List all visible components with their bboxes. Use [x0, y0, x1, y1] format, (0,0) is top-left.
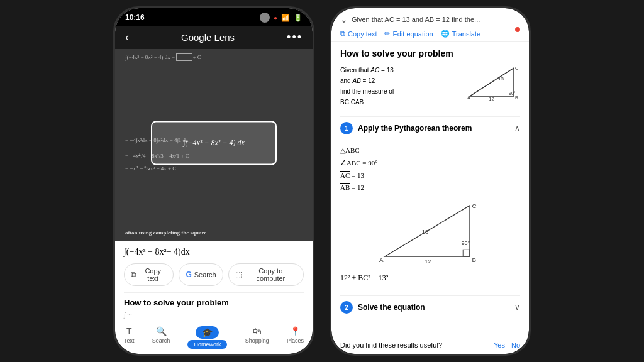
nav-text[interactable]: T Text	[124, 326, 135, 349]
copy-computer-button[interactable]: ⬚ Copy to computer	[228, 263, 304, 286]
bg-math-line-5: ation using completing the square	[125, 229, 206, 236]
step-2-header[interactable]: 2 Solve the equation ∨	[340, 295, 520, 319]
homework-nav-icon: 🎓	[196, 326, 219, 339]
edit-equation-label: Edit equation	[392, 30, 433, 38]
svg-text:13: 13	[422, 228, 429, 235]
translate-icon: 🌐	[441, 30, 450, 38]
step-2-expand-icon[interactable]: ∨	[514, 303, 520, 312]
avatar-icon	[260, 13, 270, 23]
problem-triangle-svg: 13 12 90° A B C	[464, 65, 520, 102]
right-screen: ⌄ Given that AC = 13 and AB = 12 find th…	[331, 8, 529, 354]
nav-text-label: Text	[124, 337, 135, 344]
left-screen: 10:16 ● 📶 🔋 ‹ Google Lens ••• ∫(−4x³ − 8…	[115, 8, 313, 354]
copy-text-right-button[interactable]: ⧉ Copy text	[340, 30, 377, 38]
svg-text:A: A	[467, 96, 470, 100]
left-phone: 10:16 ● 📶 🔋 ‹ Google Lens ••• ∫(−4x³ − 8…	[113, 6, 314, 356]
svg-text:A: A	[379, 256, 384, 263]
how-to-title: How to solve your problem	[340, 48, 520, 58]
svg-text:12: 12	[425, 258, 431, 265]
svg-text:90°: 90°	[462, 240, 470, 246]
problem-actions: ⧉ Copy text ✏ Edit equation 🌐 Translate	[340, 30, 520, 38]
svg-text:90°: 90°	[509, 91, 516, 96]
copy-computer-label: Copy to computer	[245, 267, 297, 282]
more-button[interactable]: •••	[287, 31, 303, 44]
problem-given: Given that AC = 13 and AB = 12 find the …	[340, 67, 394, 106]
right-phone: ⌄ Given that AC = 13 and AB = 12 find th…	[330, 6, 531, 356]
nav-shopping-label: Shopping	[245, 337, 269, 344]
problem-text: Given that AC = 13 and AB = 12 find the …	[340, 65, 457, 107]
feedback-actions: Yes No	[494, 341, 520, 349]
record-icon: ●	[274, 14, 277, 21]
search-label: Search	[194, 271, 216, 278]
scan-box: ∫(−4x³ − 8x² − 4) dx	[151, 121, 277, 165]
edit-icon: ✏	[384, 30, 390, 38]
edit-equation-button[interactable]: ✏ Edit equation	[384, 30, 433, 38]
lens-title: Google Lens	[181, 32, 235, 43]
step-2-left: 2 Solve the equation	[340, 301, 425, 314]
step-2-title: Solve the equation	[358, 303, 425, 312]
step-1-header[interactable]: 1 Apply the Pythagorean theorem ∧	[340, 116, 520, 140]
back-button[interactable]: ‹	[125, 31, 129, 44]
chevron-down-icon: ⌄	[340, 14, 348, 25]
copy-text-right-icon: ⧉	[340, 30, 345, 38]
svg-rect-8	[463, 250, 470, 256]
lens-header: ‹ Google Lens •••	[115, 26, 313, 49]
svg-text:B: B	[472, 256, 477, 263]
detected-formula: ∫(−4x³ − 8x²− 4)dx	[124, 247, 304, 257]
svg-text:C: C	[515, 66, 518, 70]
notification-dot	[515, 27, 520, 32]
copy-text-label: Copy text	[139, 267, 167, 282]
step-1-title: Apply the Pythagorean theorem	[358, 124, 472, 133]
feedback-no-button[interactable]: No	[511, 341, 520, 349]
bg-math-line-1: ∫(−4x³ − 8x² − 4) dx = + C	[125, 54, 201, 60]
status-time: 10:16	[125, 13, 145, 22]
bottom-nav: T Text 🔍 Search 🎓 Homework 🛍 Shopping 📍	[115, 322, 313, 354]
action-buttons: ⧉ Copy text G Search ⬚ Copy to computer	[124, 263, 304, 286]
step-1-collapse-icon[interactable]: ∧	[514, 124, 520, 133]
places-nav-icon: 📍	[290, 326, 301, 336]
nav-search-label: Search	[152, 337, 170, 344]
problem-card: Given that AC = 13 and AB = 12 find the …	[340, 65, 520, 107]
svg-marker-0	[470, 68, 514, 96]
step-1-number: 1	[340, 122, 353, 134]
step-1-content: △ABC ∠ABC = 90° AC = 13 AB = 12 13 12	[340, 140, 520, 288]
nav-homework-label: Homework	[187, 340, 227, 349]
translate-button[interactable]: 🌐 Translate	[441, 30, 480, 38]
feedback-yes-button[interactable]: Yes	[494, 341, 505, 349]
step-1-section: 1 Apply the Pythagorean theorem ∧ △ABC ∠…	[340, 116, 520, 288]
battery-icon: 🔋	[294, 14, 303, 22]
text-nav-icon: T	[126, 326, 132, 336]
right-content: How to solve your problem Given that AC …	[331, 42, 529, 336]
wifi-icon: 📶	[281, 14, 290, 22]
nav-search[interactable]: 🔍 Search	[152, 326, 170, 349]
bg-math-line-4: = −x⁴ − ⁸⁄₃x³ − 4x + C	[125, 165, 176, 172]
translate-label: Translate	[452, 30, 480, 38]
solve-preview: ∫ ···	[124, 311, 304, 318]
svg-text:13: 13	[498, 76, 504, 82]
left-status-bar: 10:16 ● 📶 🔋	[115, 8, 313, 26]
google-icon: G	[186, 270, 191, 279]
search-nav-icon: 🔍	[156, 326, 167, 336]
right-header: ⌄ Given that AC = 13 and AB = 12 find th…	[331, 8, 529, 42]
nav-places[interactable]: 📍 Places	[287, 326, 304, 349]
nav-shopping[interactable]: 🛍 Shopping	[245, 326, 269, 349]
feedback-question: Did you find these results useful?	[340, 341, 442, 349]
camera-view: ∫(−4x³ − 8x² − 4) dx = + C = −4∫x³dx − 8…	[115, 49, 313, 241]
copy-text-right-label: Copy text	[348, 30, 377, 38]
step-1-triangle-svg: 13 12 90° A B C	[374, 199, 487, 268]
svg-text:B: B	[515, 96, 518, 100]
copy-icon: ⧉	[131, 270, 136, 279]
google-search-button[interactable]: G Search	[179, 263, 223, 286]
phones-container: 10:16 ● 📶 🔋 ‹ Google Lens ••• ∫(−4x³ − 8…	[0, 0, 644, 362]
problem-title-bar: ⌄ Given that AC = 13 and AB = 12 find th…	[340, 14, 520, 25]
solve-section: How to solve your problem ∫ ···	[124, 292, 304, 318]
solve-title: How to solve your problem	[124, 298, 304, 307]
svg-text:C: C	[472, 202, 477, 209]
nav-places-label: Places	[287, 337, 304, 344]
computer-icon: ⬚	[235, 270, 242, 279]
scan-formula: ∫(−4x³ − 8x² − 4) dx	[183, 138, 245, 148]
nav-homework[interactable]: 🎓 Homework	[187, 326, 227, 349]
svg-text:12: 12	[489, 96, 494, 102]
feedback-bar: Did you find these results useful? Yes N…	[331, 336, 529, 354]
copy-text-button[interactable]: ⧉ Copy text	[124, 263, 174, 286]
